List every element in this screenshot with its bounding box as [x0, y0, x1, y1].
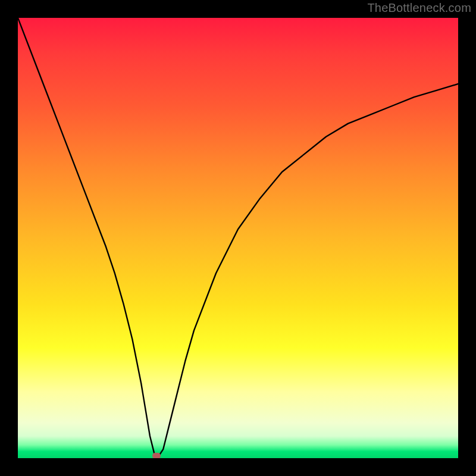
plot-area: [18, 18, 458, 458]
bottleneck-curve-svg: [18, 18, 458, 458]
optimal-point-marker: [152, 453, 161, 458]
watermark-text: TheBottleneck.com: [367, 1, 471, 15]
bottleneck-curve-path: [18, 18, 458, 456]
chart-frame: TheBottleneck.com: [0, 0, 476, 476]
